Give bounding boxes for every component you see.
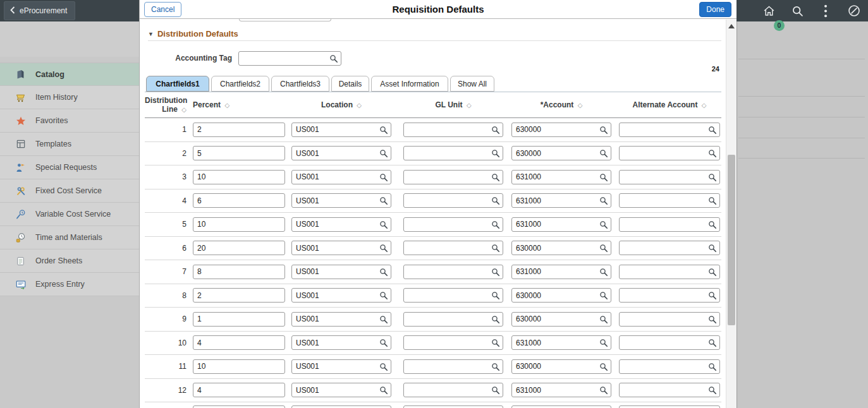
lookup-search-icon[interactable] [708,196,717,205]
sidebar-item-favorites[interactable]: Favorites [0,109,139,133]
location-input[interactable] [291,241,391,255]
percent-input[interactable] [193,123,285,137]
lookup-search-icon[interactable] [599,244,608,253]
lookup-search-icon[interactable] [379,315,388,324]
lookup-search-icon[interactable] [599,196,608,205]
lookup-search-icon[interactable] [491,196,500,205]
column-header-distribution-line[interactable]: DistributionLine ◇ [145,96,190,114]
percent-input[interactable] [193,312,285,327]
location-input[interactable] [291,405,391,408]
gl-unit-input[interactable] [403,170,503,184]
lookup-search-icon[interactable] [708,244,717,253]
sidebar-item-order-sheets[interactable]: Order Sheets [0,249,139,273]
lookup-search-icon[interactable] [379,196,388,205]
lookup-search-icon[interactable] [599,149,608,158]
lookup-search-icon[interactable] [708,173,717,182]
column-header-percent[interactable]: Percent ◇ [190,100,285,109]
column-header-gl-unit[interactable]: GL Unit ◇ [403,100,503,109]
done-button[interactable]: Done [699,2,731,17]
alternate-account-input[interactable] [619,312,720,327]
account-input[interactable] [511,193,611,208]
gl-unit-input[interactable] [403,359,503,374]
account-input[interactable] [511,335,611,350]
alternate-account-input[interactable] [619,288,720,303]
back-button[interactable]: eProcurement [4,1,75,20]
lookup-search-icon[interactable] [491,363,500,371]
tab-details[interactable]: Details [331,76,369,92]
lookup-search-icon[interactable] [491,126,500,135]
lookup-search-icon[interactable] [379,244,388,253]
search-icon[interactable] [790,3,805,18]
alternate-account-input[interactable] [619,241,720,255]
column-header-alternate-account[interactable]: Alternate Account ◇ [619,100,720,109]
lookup-search-icon[interactable] [491,268,500,277]
lookup-search-icon[interactable] [599,315,608,324]
lookup-search-icon[interactable] [379,291,388,300]
location-input[interactable] [291,170,391,184]
lookup-search-icon[interactable] [708,291,717,300]
lookup-search-icon[interactable] [599,291,608,300]
lookup-search-icon[interactable] [599,363,608,371]
lookup-search-icon[interactable] [708,339,717,347]
percent-input[interactable] [193,383,285,397]
gl-unit-input[interactable] [403,383,503,397]
alternate-account-input[interactable] [619,217,720,232]
sidebar-item-express-entry[interactable]: Express Entry [0,273,139,296]
account-input[interactable] [511,146,611,160]
lookup-search-icon[interactable] [708,268,717,277]
modal-scrollbar[interactable] [726,20,737,408]
sidebar-item-special-requests[interactable]: Special Requests [0,156,139,179]
location-input[interactable] [291,217,391,232]
alternate-account-input[interactable] [619,383,720,397]
account-input[interactable] [511,241,611,255]
gl-unit-input[interactable] [403,146,503,160]
location-input[interactable] [291,146,391,160]
tab-chartfields3[interactable]: Chartfields3 [271,76,329,92]
sidebar-item-item-history[interactable]: Item History [0,86,139,109]
account-input[interactable] [511,312,611,327]
account-input[interactable] [511,170,611,184]
location-input[interactable] [291,312,391,327]
lookup-search-icon[interactable] [708,363,717,371]
lookup-search-icon[interactable] [599,268,608,277]
column-header-location[interactable]: Location ◇ [291,100,391,109]
tab-chartfields1[interactable]: Chartfields1 [146,76,209,92]
lookup-search-icon[interactable] [708,220,717,229]
lookup-search-icon[interactable] [599,126,608,135]
tab-chartfields2[interactable]: Chartfields2 [211,76,269,92]
lookup-search-icon[interactable] [491,220,500,229]
lookup-search-icon[interactable] [599,386,608,395]
lookup-search-icon[interactable] [491,173,500,182]
lookup-search-icon[interactable] [379,126,388,135]
account-input[interactable] [511,123,611,137]
lookup-search-icon[interactable] [379,339,388,347]
sidebar-item-catalog[interactable]: Catalog [0,63,139,86]
percent-input[interactable] [193,288,285,303]
location-input[interactable] [291,123,391,137]
percent-input[interactable] [193,193,285,208]
navbar-icon[interactable] [847,3,862,18]
percent-input[interactable] [193,217,285,232]
gl-unit-input[interactable] [403,265,503,279]
cancel-button[interactable]: Cancel [144,2,181,17]
gl-unit-input[interactable] [403,193,503,208]
lookup-search-icon[interactable] [491,315,500,324]
lookup-search-icon[interactable] [599,339,608,347]
alternate-account-input[interactable] [619,146,720,160]
distribution-defaults-section-toggle[interactable]: ▼ Distribution Defaults [148,29,238,39]
sidebar-item-templates[interactable]: Templates [0,133,139,156]
more-options-icon[interactable] [818,3,833,18]
alternate-account-input[interactable] [619,193,720,208]
alternate-account-input[interactable] [619,335,720,350]
lookup-search-icon[interactable] [599,220,608,229]
lookup-search-icon[interactable] [379,268,388,277]
lookup-search-icon[interactable] [379,220,388,229]
tab-asset-information[interactable]: Asset Information [371,76,448,92]
lookup-search-icon[interactable] [708,386,717,395]
lookup-search-icon[interactable] [379,386,388,395]
sidebar-item-fixed-cost-service[interactable]: Fixed Cost Service [0,179,139,203]
lookup-search-icon[interactable] [708,126,717,135]
sidebar-item-variable-cost-service[interactable]: Variable Cost Service [0,203,139,226]
percent-input[interactable] [193,241,285,255]
alternate-account-input[interactable] [619,265,720,279]
